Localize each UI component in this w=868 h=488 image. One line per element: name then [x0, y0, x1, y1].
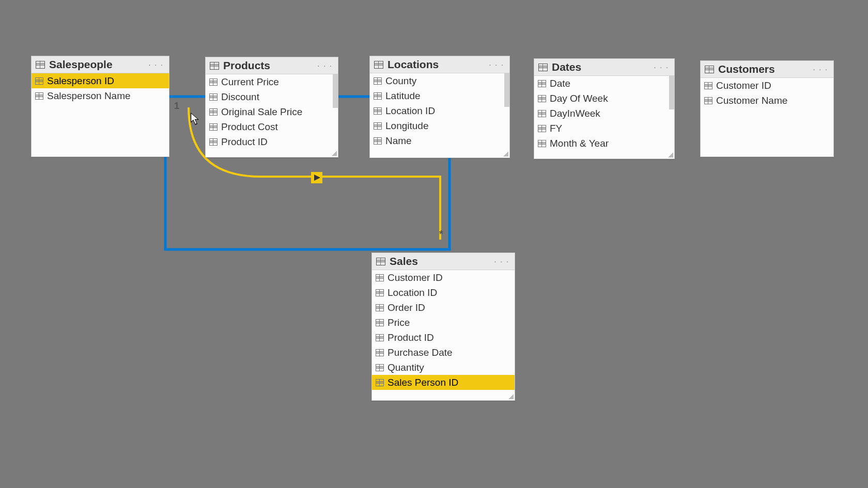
table-icon: [705, 66, 714, 73]
table-header[interactable]: Products· · ·: [206, 57, 338, 74]
column-icon: [374, 122, 382, 130]
field-row[interactable]: Day Of Week: [534, 91, 674, 106]
column-icon: [376, 304, 384, 311]
table-header[interactable]: Sales· · ·: [372, 253, 515, 270]
scrollbar-vertical[interactable]: [669, 76, 674, 109]
field-label: Latitude: [385, 90, 421, 102]
table-title: Customers: [718, 63, 811, 75]
scrollbar-vertical[interactable]: [504, 73, 509, 107]
field-label: Salesperson Name: [47, 90, 131, 102]
field-row[interactable]: Customer Name: [701, 93, 833, 108]
field-row[interactable]: Latitude: [370, 88, 509, 103]
field-row[interactable]: Location ID: [370, 103, 509, 118]
column-icon: [538, 95, 546, 102]
svg-marker-1: [314, 175, 320, 181]
column-icon: [209, 93, 218, 101]
table-header[interactable]: Customers· · ·: [701, 61, 833, 78]
field-label: Day Of Week: [550, 93, 608, 104]
table-card-sales[interactable]: Sales· · ·Customer IDLocation IDOrder ID…: [371, 253, 515, 401]
column-icon: [374, 137, 382, 145]
column-icon: [376, 364, 384, 371]
column-icon: [704, 82, 712, 89]
table-menu-button[interactable]: · · ·: [316, 61, 335, 70]
column-icon: [376, 319, 384, 326]
table-icon: [210, 62, 219, 70]
field-label: Current Price: [221, 76, 279, 88]
table-icon: [36, 61, 45, 69]
table-header[interactable]: Salespeople· · ·: [32, 56, 169, 73]
field-label: Discount: [221, 91, 259, 103]
table-menu-button[interactable]: · · ·: [652, 63, 671, 71]
field-row[interactable]: Salesperson Name: [32, 88, 169, 103]
field-row[interactable]: Price: [372, 315, 515, 330]
field-label: Customer ID: [716, 80, 771, 91]
table-menu-button[interactable]: · · ·: [492, 257, 512, 265]
field-label: Product ID: [221, 136, 268, 148]
resize-handle[interactable]: [332, 151, 337, 156]
field-list: CountyLatitudeLocation IDLongitudeName: [370, 73, 509, 158]
field-list: Customer IDLocation IDOrder IDPriceProdu…: [372, 270, 515, 400]
table-card-locations[interactable]: Locations· · ·CountyLatitudeLocation IDL…: [369, 56, 510, 158]
column-icon: [209, 108, 218, 116]
svg-marker-2: [191, 113, 199, 125]
field-row[interactable]: Original Sale Price: [206, 104, 338, 119]
field-row[interactable]: Product ID: [372, 330, 515, 345]
model-canvas[interactable]: { "menu_dots": "· · ·", "tables": [ { "i…: [0, 0, 868, 488]
resize-handle[interactable]: [508, 394, 514, 399]
field-row[interactable]: Name: [370, 133, 509, 148]
table-icon: [374, 61, 383, 69]
column-icon: [374, 92, 382, 100]
field-label: County: [385, 75, 416, 87]
field-label: Product Cost: [221, 121, 278, 133]
column-icon: [209, 138, 218, 146]
column-icon: [704, 97, 712, 104]
field-row[interactable]: Discount: [206, 89, 338, 104]
field-label: Customer ID: [388, 272, 443, 284]
field-label: Customer Name: [716, 95, 787, 106]
field-label: Month & Year: [550, 138, 609, 149]
field-label: Location ID: [388, 287, 437, 298]
field-row[interactable]: Month & Year: [534, 136, 674, 151]
table-header[interactable]: Dates· · ·: [534, 59, 674, 76]
field-row[interactable]: Sales Person ID: [372, 375, 515, 390]
table-card-products[interactable]: Products· · ·Current PriceDiscountOrigin…: [205, 57, 338, 158]
table-menu-button[interactable]: · · ·: [147, 60, 166, 69]
field-list: DateDay Of WeekDayInWeekFYMonth & Year: [534, 76, 674, 159]
field-row[interactable]: Order ID: [372, 300, 515, 315]
table-title: Locations: [388, 58, 487, 71]
column-icon: [374, 107, 382, 115]
table-menu-button[interactable]: · · ·: [487, 60, 506, 69]
table-icon: [376, 258, 385, 265]
table-icon: [538, 64, 548, 71]
field-row[interactable]: Salesperson ID: [32, 73, 169, 88]
field-row[interactable]: Product Cost: [206, 119, 338, 134]
field-row[interactable]: Purchase Date: [372, 345, 515, 360]
field-row[interactable]: DayInWeek: [534, 106, 674, 121]
table-menu-button[interactable]: · · ·: [811, 65, 830, 73]
resize-handle[interactable]: [668, 152, 673, 158]
cardinality-one: 1: [174, 101, 179, 112]
field-row[interactable]: Quantity: [372, 360, 515, 375]
field-label: FY: [550, 123, 562, 134]
field-row[interactable]: FY: [534, 121, 674, 136]
column-icon: [376, 274, 384, 281]
field-label: Order ID: [388, 302, 425, 313]
field-row[interactable]: Product ID: [206, 134, 338, 149]
field-row[interactable]: Current Price: [206, 74, 338, 89]
table-card-customers[interactable]: Customers· · ·Customer IDCustomer Name: [700, 60, 834, 157]
field-label: DayInWeek: [550, 108, 600, 119]
field-row[interactable]: Date: [534, 76, 674, 91]
table-card-dates[interactable]: Dates· · ·DateDay Of WeekDayInWeekFYMont…: [534, 58, 675, 159]
scrollbar-vertical[interactable]: [333, 74, 338, 108]
field-row[interactable]: Customer ID: [701, 78, 833, 93]
column-icon: [376, 289, 384, 296]
field-row[interactable]: Location ID: [372, 285, 515, 300]
field-row[interactable]: Customer ID: [372, 270, 515, 285]
resize-handle[interactable]: [503, 151, 508, 156]
field-row[interactable]: County: [370, 73, 509, 88]
field-row[interactable]: Longitude: [370, 118, 509, 133]
column-icon: [376, 379, 384, 386]
table-header[interactable]: Locations· · ·: [370, 56, 509, 73]
field-label: Date: [550, 78, 570, 89]
table-card-salespeople[interactable]: Salespeople· · ·Salesperson IDSalesperso…: [31, 56, 169, 157]
